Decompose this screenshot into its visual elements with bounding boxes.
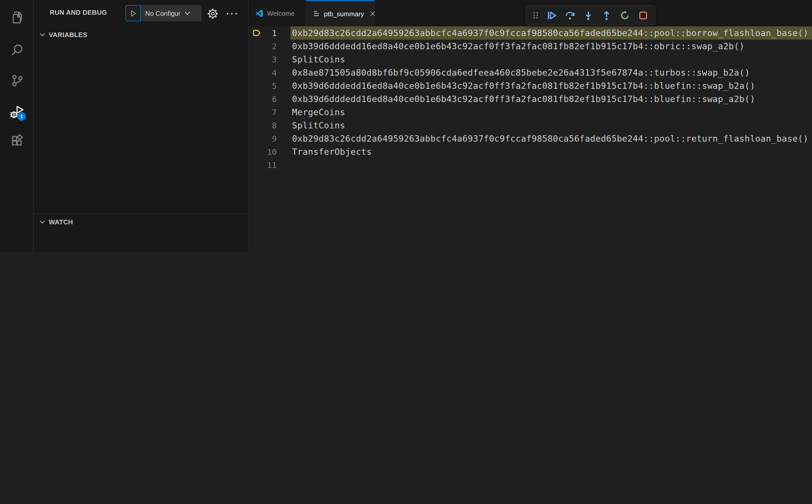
line-number[interactable]: 3 xyxy=(249,55,277,64)
code-text[interactable]: 0xb39d6dddedd16ed8a40ce0b1e6b43c92acf0ff… xyxy=(290,40,812,53)
code-line: 10 TransferObjects xyxy=(249,145,812,158)
debug-config-dropdown[interactable]: No Configur xyxy=(141,5,202,21)
debug-config-label: No Configur xyxy=(145,9,180,17)
current-stackframe-arrow-icon xyxy=(252,28,262,38)
code-text[interactable] xyxy=(290,158,812,172)
line-number[interactable]: 11 xyxy=(249,160,277,170)
activity-extensions[interactable] xyxy=(0,129,34,152)
chevron-down-icon xyxy=(40,220,45,224)
sidebar-header: RUN AND DEBUG No Configur xyxy=(34,0,248,26)
activity-source-control[interactable] xyxy=(0,69,34,92)
code-line: 4 0x8ae871505a80d8bf6bf9c05906cda6edfeea… xyxy=(249,66,812,79)
code-line: 2 0xb39d6dddedd16ed8a40ce0b1e6b43c92acf0… xyxy=(249,40,812,53)
code-line: 5 0xb39d6dddedd16ed8a40ce0b1e6b43c92acf0… xyxy=(249,79,812,92)
run-and-debug-sidebar: RUN AND DEBUG No Configur xyxy=(34,0,249,252)
section-divider xyxy=(34,214,248,214)
code-text[interactable]: SplitCoins xyxy=(290,119,812,132)
more-actions-button[interactable] xyxy=(225,7,238,20)
extensions-icon xyxy=(10,134,24,147)
step-out-icon xyxy=(601,10,612,21)
step-over-button[interactable] xyxy=(562,7,578,23)
files-icon xyxy=(10,10,24,24)
launch-control: No Configur xyxy=(125,5,202,21)
variables-section-label: VARIABLES xyxy=(49,31,87,38)
sidebar-title: RUN AND DEBUG xyxy=(50,9,107,16)
watch-section-header[interactable]: WATCH xyxy=(34,215,248,229)
code-text[interactable]: MergeCoins xyxy=(290,106,812,119)
code-line: 6 0xb39d6dddedd16ed8a40ce0b1e6b43c92acf0… xyxy=(249,92,812,106)
line-number[interactable]: 8 xyxy=(249,121,277,130)
toolbar-drag-handle[interactable] xyxy=(530,7,541,23)
search-icon xyxy=(10,43,24,57)
close-tab-icon[interactable] xyxy=(369,10,376,17)
code-line: 3 SplitCoins xyxy=(249,53,812,66)
activity-search[interactable] xyxy=(0,38,34,61)
restart-icon xyxy=(620,10,630,21)
tab-welcome-label: Welcome xyxy=(267,9,294,17)
code-text[interactable]: 0x8ae871505a80d8bf6bf9c05906cda6edfeea46… xyxy=(290,66,812,79)
vscode-window: 1 xyxy=(0,0,812,252)
code-text[interactable]: 0xb39d6dddedd16ed8a40ce0b1e6b43c92acf0ff… xyxy=(290,92,812,106)
line-number[interactable]: 7 xyxy=(249,107,277,117)
continue-button[interactable] xyxy=(544,7,560,23)
activity-run-and-debug[interactable] xyxy=(0,100,34,123)
activity-explorer[interactable] xyxy=(0,6,34,29)
line-number[interactable]: 2 xyxy=(249,41,277,51)
step-out-button[interactable] xyxy=(599,7,615,23)
vscode-logo-icon xyxy=(255,9,263,18)
editor-content: 1 0xb29d83c26cdd2a64959263abbcfc4a6937f0… xyxy=(249,26,812,252)
debug-toolbar xyxy=(526,5,656,25)
chevron-down-icon xyxy=(40,33,45,36)
continue-icon xyxy=(547,10,557,21)
step-into-button[interactable] xyxy=(581,7,596,23)
watch-section-label: WATCH xyxy=(49,218,73,226)
code-text[interactable]: SplitCoins xyxy=(290,53,812,66)
code-text[interactable]: TransferObjects xyxy=(290,145,812,158)
line-number[interactable]: 6 xyxy=(249,94,277,104)
editor-group: Welcome ptb_summary xyxy=(249,0,812,252)
start-debug-button[interactable] xyxy=(125,5,141,21)
tab-ptb-summary-label: ptb_summary xyxy=(324,10,364,18)
debug-count-badge: 1 xyxy=(17,112,26,121)
variables-section-header[interactable]: VARIABLES xyxy=(34,27,248,42)
start-debug-icon xyxy=(129,9,137,17)
code-line: 7 MergeCoins xyxy=(249,106,812,119)
code-text[interactable]: 0xb29d83c26cdd2a64959263abbcfc4a6937f0c9… xyxy=(290,26,812,40)
gear-icon xyxy=(207,8,218,19)
line-number[interactable]: 5 xyxy=(249,81,277,91)
stop-button[interactable] xyxy=(635,7,651,23)
stop-icon xyxy=(638,10,649,21)
step-into-icon xyxy=(583,10,594,21)
activity-bar: 1 xyxy=(0,0,34,252)
line-number[interactable]: 4 xyxy=(249,68,277,77)
code-line: 9 0xb29d83c26cdd2a64959263abbcfc4a6937f0… xyxy=(249,132,812,145)
source-control-icon xyxy=(10,73,24,87)
tab-ptb-summary[interactable]: ptb_summary xyxy=(306,0,375,26)
line-number[interactable]: 10 xyxy=(249,147,277,157)
code-text[interactable]: 0xb29d83c26cdd2a64959263abbcfc4a6937f0c9… xyxy=(290,132,812,145)
step-over-icon xyxy=(565,10,575,21)
line-number[interactable]: 9 xyxy=(249,134,277,143)
code-line: 1 0xb29d83c26cdd2a64959263abbcfc4a6937f0… xyxy=(249,26,812,40)
restart-button[interactable] xyxy=(617,7,633,23)
code-text[interactable]: 0xb39d6dddedd16ed8a40ce0b1e6b43c92acf0ff… xyxy=(290,79,812,92)
tab-welcome[interactable]: Welcome xyxy=(249,0,306,26)
code-line: 8 SplitCoins xyxy=(249,119,812,132)
debug-settings-button[interactable] xyxy=(206,7,219,20)
more-actions-icon xyxy=(226,12,237,15)
list-file-icon xyxy=(312,10,320,18)
chevron-down-icon xyxy=(185,11,191,15)
code-line: 11 xyxy=(249,158,812,172)
